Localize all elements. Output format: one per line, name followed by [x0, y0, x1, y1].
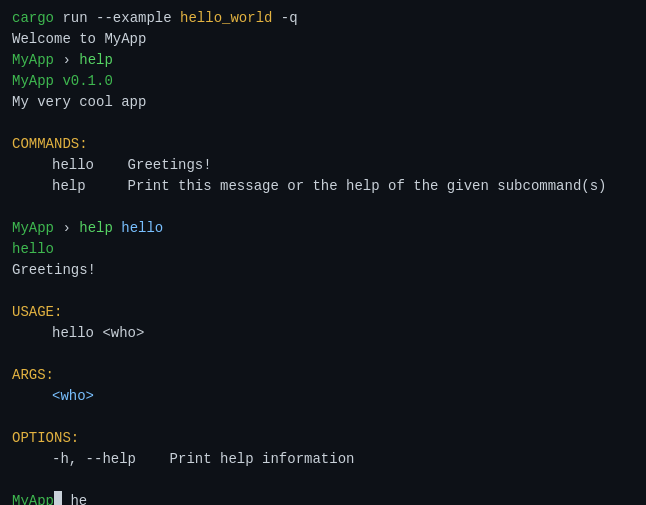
blank-2 [12, 197, 634, 218]
args-who-text: <who> [52, 386, 94, 407]
welcome-line: Welcome to MyApp [12, 29, 634, 50]
prompt-help-cmd: help [79, 50, 113, 71]
blank-3 [12, 281, 634, 302]
cmd-hello-name: hello [52, 155, 94, 176]
partial-input: he [62, 491, 87, 505]
options-header-line: OPTIONS: [12, 428, 634, 449]
cmd-help-line: help Print this message or the help of t… [12, 176, 634, 197]
cmd-hello-desc: Greetings! [94, 155, 212, 176]
quiet-flag: -q [272, 8, 297, 29]
prompt-app-name: MyApp [12, 50, 54, 71]
usage-header-line: USAGE: [12, 302, 634, 323]
args-who-line: <who> [12, 386, 634, 407]
blank-4 [12, 344, 634, 365]
indent-options [12, 449, 52, 470]
prompt-help-hello-line: MyApp › help hello [12, 218, 634, 239]
blank-6 [12, 470, 634, 491]
prompt2-help-cmd: help [79, 218, 121, 239]
options-header: OPTIONS: [12, 428, 79, 449]
app-desc-line: My very cool app [12, 92, 634, 113]
cmd-help-name: help [52, 176, 86, 197]
prompt-arrow: › [54, 50, 79, 71]
cargo-text: cargo [12, 8, 54, 29]
cmd-help-desc: Print this message or the help of the gi… [86, 176, 607, 197]
usage-header: USAGE: [12, 302, 62, 323]
options-help-flags: -h, --help [52, 449, 136, 470]
commands-header: COMMANDS: [12, 134, 88, 155]
usage-hello: hello <who> [52, 323, 144, 344]
app-version-text: MyApp v0.1.0 [12, 71, 113, 92]
hello-subcommand-line: hello [12, 239, 634, 260]
indent-args [12, 386, 52, 407]
welcome-text: Welcome to MyApp [12, 29, 146, 50]
prompt-partial-line: MyApp he [12, 491, 634, 505]
args-header-line: ARGS: [12, 365, 634, 386]
cargo-command-line: cargo run --example hello_world -q [12, 8, 634, 29]
hello-subcommand-text: hello [12, 239, 54, 260]
greetings-text: Greetings! [12, 260, 96, 281]
prompt2-hello-arg: hello [121, 218, 163, 239]
greetings-line: Greetings! [12, 260, 634, 281]
indent-hello [12, 155, 52, 176]
cmd-hello-line: hello Greetings! [12, 155, 634, 176]
app-desc-text: My very cool app [12, 92, 146, 113]
prompt3-app-name: MyApp [12, 491, 54, 505]
commands-header-line: COMMANDS: [12, 134, 634, 155]
options-help-desc: Print help information [136, 449, 354, 470]
prompt-help-line: MyApp › help [12, 50, 634, 71]
indent-help [12, 176, 52, 197]
indent-usage [12, 323, 52, 344]
args-header: ARGS: [12, 365, 54, 386]
prompt2-arrow: › [54, 218, 79, 239]
terminal: cargo run --example hello_world -q Welco… [0, 0, 646, 505]
options-help-line: -h, --help Print help information [12, 449, 634, 470]
example-name: hello_world [180, 8, 272, 29]
blank-5 [12, 407, 634, 428]
blank-1 [12, 113, 634, 134]
usage-cmd-line: hello <who> [12, 323, 634, 344]
run-args: run --example [54, 8, 180, 29]
cursor [54, 491, 62, 505]
app-version-line: MyApp v0.1.0 [12, 71, 634, 92]
prompt2-app-name: MyApp [12, 218, 54, 239]
